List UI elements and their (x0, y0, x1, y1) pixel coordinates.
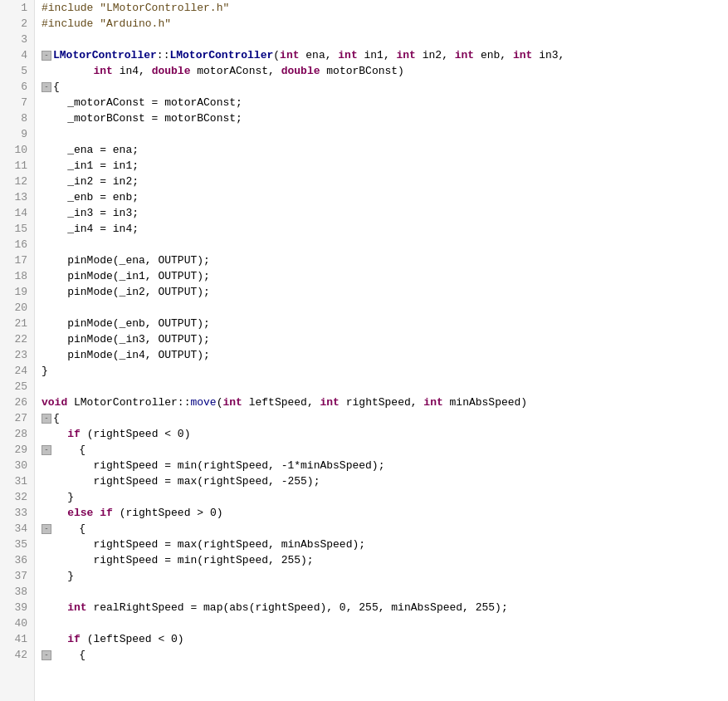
fold-button[interactable]: - (42, 51, 51, 61)
token-plain: } (42, 363, 48, 379)
token-plain: rightSpeed, (340, 395, 423, 410)
token-fn: move (190, 395, 216, 410)
code-line: _ena = ena; (42, 142, 728, 158)
line-number: 34 (0, 521, 34, 537)
line-number: 29 (0, 442, 34, 458)
line-number: 10 (0, 142, 34, 158)
code-line (42, 379, 728, 395)
code-line: - { (42, 442, 728, 458)
token-kw: int (338, 47, 357, 63)
token-plain: } (42, 489, 74, 505)
token-plain (42, 63, 93, 79)
line-number: 16 (0, 237, 34, 252)
code-line: pinMode(_in1, OUTPUT); (42, 268, 728, 284)
token-plain: rightSpeed = min(rightSpeed, 255); (42, 552, 314, 568)
token-plain: (rightSpeed < 0) (81, 426, 191, 442)
token-plain: rightSpeed = max(rightSpeed, minAbsSpeed… (42, 537, 365, 552)
token-kw: if (67, 631, 81, 647)
line-number: 3 (0, 32, 34, 47)
token-pp: #include "Arduino.h" (42, 16, 171, 32)
code-line: pinMode(_in2, OUTPUT); (42, 284, 728, 300)
line-number: 30 (0, 458, 34, 473)
token-kw: if (100, 505, 113, 521)
token-plain: { (53, 442, 86, 458)
line-number: 40 (0, 615, 34, 631)
code-line (42, 32, 728, 47)
code-line: _in4 = in4; (42, 221, 728, 237)
fold-button[interactable]: - (42, 524, 51, 534)
token-plain: in2, (416, 47, 455, 63)
fold-button[interactable]: - (42, 445, 51, 455)
code-line: pinMode(_in3, OUTPUT); (42, 331, 728, 347)
token-kw: int (93, 63, 112, 79)
line-number: 20 (0, 300, 34, 316)
line-number: 6 (0, 79, 34, 95)
line-number: 23 (0, 347, 34, 363)
token-kw: int (455, 47, 474, 63)
token-plain (93, 505, 100, 521)
token-kw: int (397, 47, 416, 63)
line-number: 17 (0, 252, 34, 268)
code-line: _motorBConst = motorBConst; (42, 110, 728, 126)
code-line: pinMode(_in4, OUTPUT); (42, 347, 728, 363)
token-plain: motorBConst) (320, 63, 403, 79)
token-plain: ena, (299, 47, 338, 63)
fold-button[interactable]: - (42, 414, 51, 424)
code-line: void LMotorController::move(int leftSpee… (42, 395, 728, 410)
code-line (42, 615, 728, 631)
line-number: 11 (0, 158, 34, 174)
code-line: else if (rightSpeed > 0) (42, 505, 728, 521)
line-number: 41 (0, 631, 34, 647)
code-line: int realRightSpeed = map(abs(rightSpeed)… (42, 600, 728, 615)
line-number: 18 (0, 268, 34, 284)
code-line: if (rightSpeed < 0) (42, 426, 728, 442)
token-cls: LMotorController (169, 47, 273, 63)
token-plain: _in3 = in3; (42, 205, 139, 221)
code-line: _in2 = in2; (42, 174, 728, 189)
token-plain (42, 600, 67, 615)
token-plain: pinMode(_enb, OUTPUT); (42, 316, 210, 331)
token-plain: :: (157, 47, 170, 63)
token-plain: pinMode(_in4, OUTPUT); (42, 347, 210, 363)
code-line: _enb = enb; (42, 189, 728, 205)
code-line: rightSpeed = max(rightSpeed, -255); (42, 473, 728, 489)
token-plain: realRightSpeed = map(abs(rightSpeed), 0,… (87, 600, 508, 615)
code-content[interactable]: #include "LMotorController.h"#include "A… (35, 0, 728, 701)
code-editor: 1234567891011121314151617181920212223242… (0, 0, 728, 701)
line-number: 33 (0, 505, 34, 521)
line-number: 15 (0, 221, 34, 237)
line-number-gutter: 1234567891011121314151617181920212223242… (0, 0, 35, 701)
line-number: 7 (0, 95, 34, 110)
code-line: int in4, double motorAConst, double moto… (42, 63, 728, 79)
token-kw: int (222, 395, 242, 410)
fold-button[interactable]: - (42, 650, 51, 660)
token-plain: _in2 = in2; (42, 174, 139, 189)
token-plain: (rightSpeed > 0) (113, 505, 223, 521)
line-number: 39 (0, 600, 34, 615)
token-plain: { (53, 647, 86, 663)
fold-button[interactable]: - (42, 82, 51, 92)
token-plain: in1, (358, 47, 397, 63)
token-kw: int (67, 600, 86, 615)
token-plain: pinMode(_ena, OUTPUT); (42, 252, 210, 268)
token-plain: _ena = ena; (42, 142, 139, 158)
line-number: 9 (0, 126, 34, 142)
line-number: 42 (0, 647, 34, 663)
line-number: 25 (0, 379, 34, 395)
token-plain: in4, (113, 63, 152, 79)
line-number: 38 (0, 584, 34, 600)
token-plain: ( (217, 395, 223, 410)
token-plain: in3, (532, 47, 564, 63)
token-kw: int (320, 395, 340, 410)
line-number: 13 (0, 189, 34, 205)
line-number: 32 (0, 489, 34, 505)
code-line (42, 126, 728, 142)
token-plain: rightSpeed = min(rightSpeed, -1*minAbsSp… (42, 458, 384, 473)
line-number: 8 (0, 110, 34, 126)
token-plain: motorAConst, (190, 63, 281, 79)
token-plain (42, 631, 67, 647)
line-number: 14 (0, 205, 34, 221)
line-number: 24 (0, 363, 34, 379)
token-kw: double (281, 63, 320, 79)
line-number: 31 (0, 473, 34, 489)
